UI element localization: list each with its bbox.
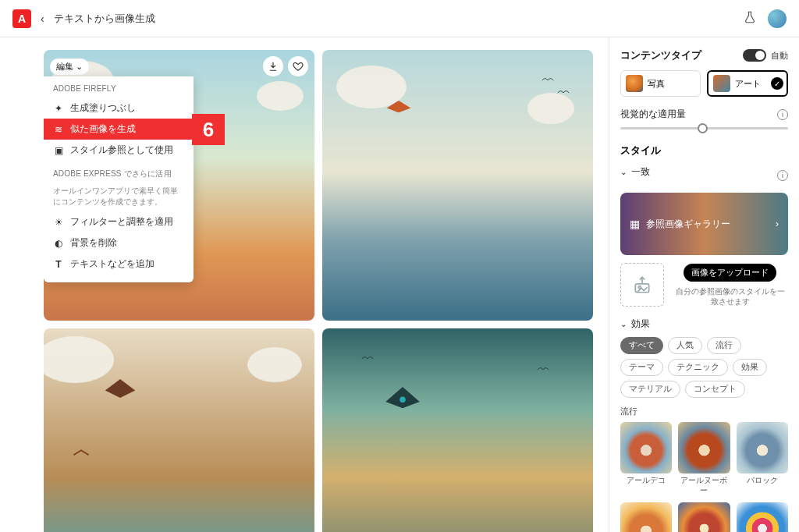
labs-icon[interactable] [743, 10, 757, 27]
menu-section-express: ADOBE EXPRESS でさらに活用 [44, 165, 194, 184]
back-button[interactable]: ‹ [41, 12, 44, 25]
effect-filter-chips: すべて 人気 流行 テーマ テクニック 効果 マテリアル コンセプト [620, 337, 788, 398]
style-art-nouveau[interactable]: アールヌーボー [678, 422, 730, 496]
adjust-icon: ☀ [53, 217, 64, 228]
content-type-label: コンテンツタイプ [620, 48, 701, 62]
style-preset-6[interactable] [737, 502, 788, 532]
chevron-down-icon: ⌄ [620, 168, 627, 176]
generated-image-2[interactable] [322, 50, 593, 321]
info-icon[interactable]: i [777, 170, 788, 181]
visual-intensity-label: 視覚的な適用量 [620, 108, 686, 121]
chip-material[interactable]: マテリアル [620, 381, 680, 398]
chip-concept[interactable]: コンセプト [685, 381, 745, 398]
image-grid: 編集⌄ ADOBE FIREFLY ✦生成塗りつぶし ≋似た画像を生成 6 ▣ス… [44, 50, 593, 532]
favorite-button[interactable] [288, 56, 308, 76]
chip-trending[interactable]: 流行 [707, 337, 741, 354]
menu-section-firefly: ADOBE FIREFLY [44, 81, 194, 98]
menu-use-as-style-ref[interactable]: ▣スタイル参照として使用 [44, 140, 194, 161]
content-type-art[interactable]: アート✓ [707, 70, 789, 97]
style-baroque[interactable]: バロック [737, 422, 788, 496]
style-preset-4[interactable] [620, 502, 672, 532]
visual-intensity-slider[interactable] [620, 127, 788, 129]
generated-image-1[interactable]: 編集⌄ ADOBE FIREFLY ✦生成塗りつぶし ≋似た画像を生成 6 ▣ス… [44, 50, 314, 321]
menu-apply-filters[interactable]: ☀フィルターと調整を適用 [44, 211, 194, 232]
menu-generative-fill[interactable]: ✦生成塗りつぶし [44, 98, 194, 119]
menu-generate-similar[interactable]: ≋似た画像を生成 6 [44, 119, 194, 140]
chevron-right-icon: › [776, 218, 779, 229]
chevron-down-icon: ⌄ [620, 320, 627, 328]
chip-effect[interactable]: 効果 [733, 359, 767, 376]
auto-toggle[interactable]: 自動 [743, 49, 788, 62]
canvas-area: 編集⌄ ADOBE FIREFLY ✦生成塗りつぶし ≋似た画像を生成 6 ▣ス… [0, 37, 609, 532]
grid-icon: ▦ [630, 218, 640, 230]
adobe-logo: A [12, 9, 31, 28]
chip-all[interactable]: すべて [620, 337, 663, 354]
app-header: A ‹ テキストから画像生成 [0, 0, 799, 37]
side-panel: コンテンツタイプ 自動 写真 アート✓ 視覚的な適用量i スタイル ⌄一致 i … [609, 37, 799, 532]
generated-image-3[interactable] [44, 328, 314, 532]
sparkle-icon: ✦ [53, 103, 64, 114]
upload-hint: 自分の参照画像のスタイルを一致させます [672, 286, 788, 307]
chip-technique[interactable]: テクニック [668, 359, 728, 376]
generated-image-4[interactable] [322, 328, 593, 532]
text-icon: T [53, 259, 64, 270]
upload-dropzone[interactable] [620, 263, 664, 307]
chevron-down-icon: ⌄ [76, 62, 83, 72]
menu-express-description: オールインワンアプリで素早く簡単にコンテンツを作成できます。 [44, 184, 194, 211]
chip-popular[interactable]: 人気 [668, 337, 702, 354]
page-title: テキストから画像生成 [54, 12, 155, 26]
image-icon: ▣ [53, 145, 64, 156]
edit-context-menu: ADOBE FIREFLY ✦生成塗りつぶし ≋似た画像を生成 6 ▣スタイル参… [44, 76, 194, 282]
trend-label: 流行 [620, 406, 788, 417]
layers-icon: ≋ [53, 124, 64, 135]
upload-image-button[interactable]: 画像をアップロード [684, 264, 776, 282]
chip-theme[interactable]: テーマ [620, 359, 663, 376]
check-icon: ✓ [771, 77, 783, 90]
reference-gallery-card[interactable]: ▦参照画像ギャラリー › [620, 193, 788, 255]
info-icon[interactable]: i [777, 109, 788, 120]
style-section-title: スタイル [620, 144, 788, 158]
erase-icon: ◐ [53, 238, 64, 249]
menu-add-text[interactable]: Tテキストなどを追加 [44, 254, 194, 275]
annotation-callout: 6 [192, 114, 225, 145]
content-type-photo[interactable]: 写真 [620, 70, 701, 97]
svg-point-0 [400, 397, 406, 403]
style-match-toggle[interactable]: ⌄一致 [620, 165, 650, 179]
effects-toggle[interactable]: ⌄効果 [620, 317, 788, 331]
download-button[interactable] [263, 56, 283, 76]
edit-menu-button[interactable]: 編集⌄ [50, 59, 89, 75]
menu-remove-background[interactable]: ◐背景を削除 [44, 232, 194, 254]
style-art-deco[interactable]: アールデコ [620, 422, 672, 496]
style-preset-5[interactable] [678, 502, 730, 532]
user-avatar[interactable] [768, 9, 787, 28]
